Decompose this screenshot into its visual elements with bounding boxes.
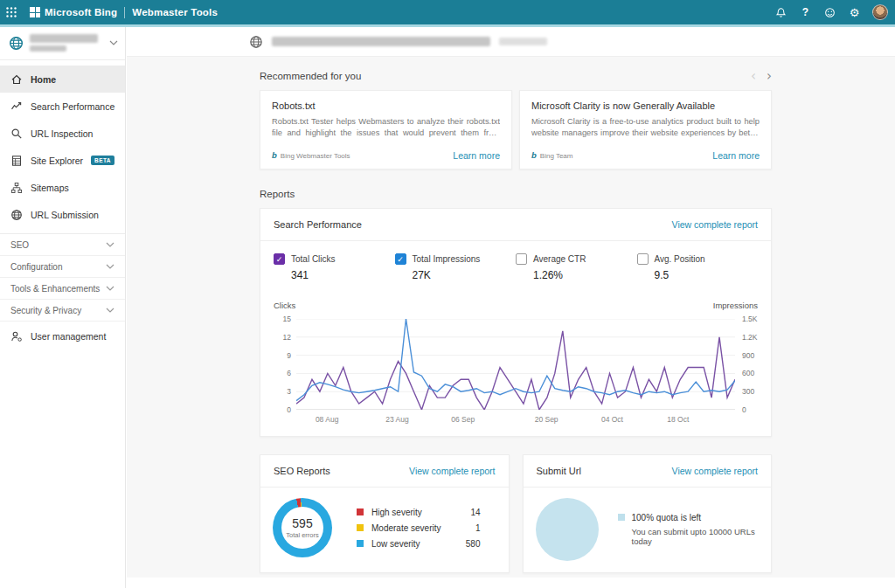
- metric-total-clicks: ✓ Total Clicks 341: [274, 253, 395, 281]
- left-tick-label: 0: [287, 405, 291, 414]
- metric-average-ctr: Average CTR 1.26%: [516, 253, 637, 281]
- sidebar-item-site-explorer[interactable]: Site Explorer BETA: [0, 147, 125, 174]
- sidebar-item-label: User management: [31, 331, 106, 342]
- brand-title[interactable]: Microsoft Bing: [45, 7, 117, 17]
- bing-logo-icon: b: [531, 151, 537, 160]
- product-title[interactable]: Webmaster Tools: [132, 7, 218, 17]
- waffle-icon: [6, 7, 17, 17]
- site-selector[interactable]: [0, 27, 125, 60]
- globe-icon: [249, 35, 263, 49]
- redacted-site-url-tail: [499, 38, 547, 45]
- metric-label: Total Impressions: [413, 254, 481, 264]
- view-complete-report-link[interactable]: View complete report: [672, 466, 758, 476]
- left-axis-ticks: 03691215: [274, 319, 296, 410]
- quota-label: 100% quota is left: [632, 513, 702, 522]
- search-icon: [10, 128, 23, 140]
- home-icon: [10, 73, 23, 86]
- bottom-cards-row: SEO Reports View complete report 595 Tot…: [260, 454, 772, 573]
- metric-value: 1.26%: [533, 269, 637, 281]
- promo-card-robots-txt[interactable]: Robots.txt Robots.txt Tester helps Webma…: [260, 90, 512, 169]
- section-label: Configuration: [10, 262, 62, 272]
- sidebar-item-search-performance[interactable]: Search Performance: [0, 93, 125, 120]
- sidebar-item-url-submission[interactable]: URL Submission: [0, 201, 125, 228]
- sidebar-nav: Home Search Performance URL Inspection S…: [0, 60, 125, 228]
- learn-more-link[interactable]: Learn more: [453, 150, 500, 161]
- sidebar-item-user-management[interactable]: User management: [0, 322, 125, 351]
- legend-label: Moderate severity: [371, 523, 441, 533]
- legend-label: Low severity: [371, 539, 420, 549]
- trend-icon: [10, 100, 23, 113]
- metric-label: Avg. Position: [655, 254, 705, 264]
- notifications-bell-icon[interactable]: [774, 6, 787, 19]
- right-tick-label: 600: [742, 369, 754, 377]
- right-axis-title: Impressions: [713, 301, 758, 310]
- legend-row-high-severity: High severity 14: [357, 508, 496, 517]
- legend-row-low-severity: Low severity 580: [357, 539, 496, 549]
- search-performance-title: Search Performance: [274, 219, 362, 230]
- view-complete-report-link[interactable]: View complete report: [409, 466, 495, 476]
- content-column: Recommended for you ‹ › Robots.txt Robot…: [260, 71, 772, 573]
- average-ctr-checkbox[interactable]: [516, 253, 527, 265]
- recommended-title: Recommended for you: [260, 71, 361, 81]
- search-performance-card: Search Performance View complete report …: [260, 208, 772, 437]
- total-clicks-checkbox[interactable]: ✓: [274, 253, 285, 265]
- quota-swatch: [618, 514, 625, 521]
- metric-value: 27K: [413, 269, 517, 281]
- carousel-controls: ‹ ›: [751, 71, 772, 81]
- promo-card-body: Robots.txt Tester helps Webmasters to an…: [272, 116, 500, 139]
- app-launcher-icon[interactable]: [0, 0, 23, 24]
- user-avatar[interactable]: [872, 4, 888, 20]
- learn-more-link[interactable]: Learn more: [712, 150, 760, 161]
- sidebar-section-configuration[interactable]: Configuration: [0, 256, 125, 278]
- sidebar-item-home[interactable]: Home: [0, 66, 125, 93]
- bing-logo-icon: b: [272, 151, 277, 160]
- redacted-site-name: [30, 34, 98, 52]
- sidebar-item-sitemaps[interactable]: Sitemaps: [0, 174, 125, 201]
- metrics-row: ✓ Total Clicks 341 ✓ Total Impressions 2…: [260, 241, 771, 285]
- sidebar-section-tools-enhancements[interactable]: Tools & Enhancements: [0, 278, 125, 300]
- help-icon[interactable]: ?: [799, 6, 812, 19]
- legend-value: 580: [466, 539, 496, 549]
- legend-row-moderate-severity: Moderate severity 1: [357, 523, 496, 533]
- sidebar-section-seo[interactable]: SEO: [0, 234, 125, 256]
- moderate-severity-swatch: [357, 524, 364, 531]
- metric-label: Total Clicks: [291, 254, 336, 264]
- metric-avg-position: Avg. Position 9.5: [637, 253, 759, 281]
- x-tick-label: 23 Aug: [385, 415, 408, 424]
- avg-position-checkbox[interactable]: [637, 253, 649, 265]
- promo-card-title: Microsoft Clarity is now Generally Avail…: [531, 100, 760, 111]
- seo-reports-card: SEO Reports View complete report 595 Tot…: [260, 454, 510, 573]
- settings-gear-icon[interactable]: ⚙: [848, 6, 861, 19]
- seo-legend: High severity 14 Moderate severity 1 Low…: [357, 502, 496, 555]
- total-errors-label: Total errors: [286, 531, 319, 539]
- sidebar-section-security-privacy[interactable]: Security & Privacy: [0, 300, 125, 322]
- right-tick-label: 0: [742, 405, 746, 414]
- sidebar-item-label: URL Submission: [31, 210, 99, 220]
- total-impressions-checkbox[interactable]: ✓: [395, 253, 406, 265]
- left-tick-label: 3: [287, 387, 291, 396]
- view-complete-report-link[interactable]: View complete report: [672, 219, 758, 230]
- sidebar-item-url-inspection[interactable]: URL Inspection: [0, 120, 125, 147]
- feedback-smiley-icon[interactable]: [823, 6, 836, 19]
- quota-legend: 100% quota is left You can submit upto 1…: [618, 513, 760, 546]
- main-content: Recommended for you ‹ › Robots.txt Robot…: [127, 27, 895, 588]
- series-total-impressions: [296, 319, 735, 401]
- promo-card-body: Microsoft Clarity is a free-to-use analy…: [531, 116, 760, 139]
- section-label: Tools & Enhancements: [10, 284, 100, 294]
- carousel-next-icon[interactable]: ›: [767, 71, 772, 81]
- beta-badge: BETA: [91, 156, 114, 165]
- source-label: Bing Webmaster Tools: [281, 152, 350, 160]
- quota-sublabel: You can submit upto 10000 URLs today: [632, 527, 760, 546]
- site-header: [127, 27, 895, 57]
- promo-card-microsoft-clarity[interactable]: Microsoft Clarity is now Generally Avail…: [519, 90, 772, 169]
- globe-icon: [10, 209, 23, 221]
- reports-title: Reports: [260, 189, 295, 199]
- x-tick-label: 04 Oct: [601, 415, 623, 424]
- performance-chart: Clicks Impressions 03691215 08 Aug23 Aug…: [260, 285, 771, 436]
- source-label: Bing Team: [540, 152, 573, 160]
- chevron-down-icon: [106, 286, 114, 291]
- performance-chart-svg: [296, 319, 735, 410]
- chevron-down-icon: [109, 40, 118, 45]
- promo-card-title: Robots.txt: [272, 100, 500, 111]
- carousel-prev-icon[interactable]: ‹: [751, 71, 756, 81]
